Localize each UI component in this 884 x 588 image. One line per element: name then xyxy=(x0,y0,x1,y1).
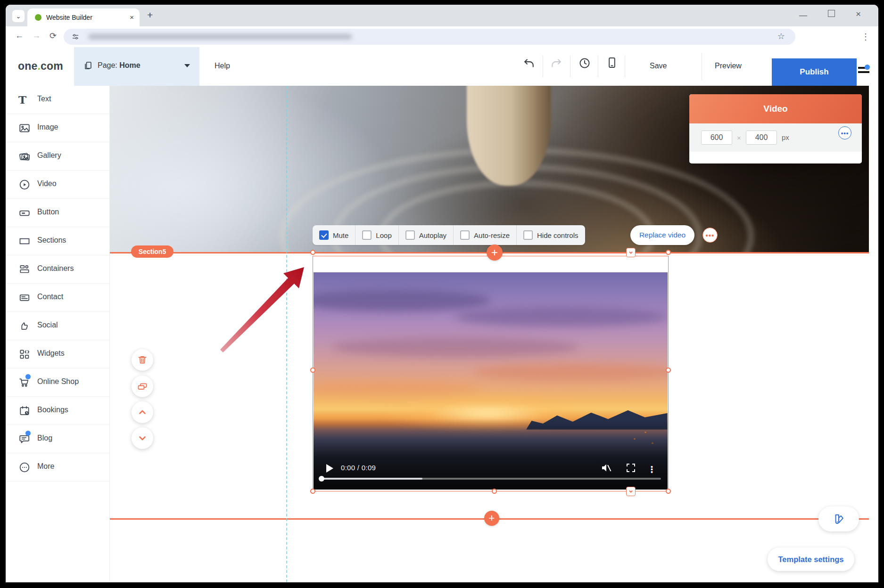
sidebar-item-text[interactable]: T Text xyxy=(6,86,109,114)
sidebar-item-gallery[interactable]: Gallery xyxy=(6,142,109,171)
forward-icon[interactable]: → xyxy=(32,31,41,41)
checkbox-icon[interactable] xyxy=(460,230,470,240)
chevron-up-icon xyxy=(137,407,148,418)
height-input[interactable] xyxy=(746,131,777,145)
sidebar-item-contact[interactable]: Contact xyxy=(6,284,109,312)
delete-section-button[interactable] xyxy=(132,349,153,371)
resize-handle-bottom-center[interactable] xyxy=(492,489,497,494)
sidebar-item-social[interactable]: Social xyxy=(6,312,109,340)
window-close-button[interactable]: × xyxy=(856,9,861,19)
tab-strip: ⌄ Website Builder × + — × xyxy=(6,5,878,26)
checkbox-icon[interactable] xyxy=(319,230,329,240)
collapse-bottom-button[interactable] xyxy=(626,487,636,496)
annotation-arrow xyxy=(216,261,310,356)
checkbox-icon[interactable] xyxy=(523,230,533,240)
publish-button[interactable]: Publish xyxy=(772,58,857,86)
url-bar[interactable]: ☆ xyxy=(64,29,795,45)
new-tab-button[interactable]: + xyxy=(147,9,153,21)
sidebar-item-sections[interactable]: Sections xyxy=(6,227,109,255)
time-display: 0:00 / 0:09 xyxy=(341,464,376,472)
chevron-down-icon xyxy=(628,250,634,255)
tab-favicon xyxy=(35,14,41,21)
move-section-down-button[interactable] xyxy=(132,427,153,449)
unit-label: px xyxy=(782,133,789,141)
autoplay-checkbox[interactable]: Autoplay xyxy=(399,225,454,245)
mobile-preview-icon[interactable] xyxy=(605,56,619,69)
cloud xyxy=(331,337,579,357)
playhead[interactable] xyxy=(319,476,324,482)
undo-icon[interactable] xyxy=(522,57,536,70)
muted-volume-icon[interactable] xyxy=(601,462,612,474)
button-icon xyxy=(18,207,31,219)
mute-checkbox[interactable]: Mute xyxy=(313,225,355,245)
progress-bar[interactable] xyxy=(320,478,661,480)
help-button[interactable]: Help xyxy=(215,62,230,70)
browser-tab[interactable]: Website Builder × xyxy=(27,8,140,26)
template-settings-button[interactable]: Template settings xyxy=(768,547,854,571)
sidebar-item-more[interactable]: More xyxy=(6,453,109,482)
redo-icon[interactable] xyxy=(550,57,563,70)
checkbox-icon[interactable] xyxy=(362,230,372,240)
sections-icon xyxy=(18,235,31,247)
panel-more-button[interactable]: ••• xyxy=(838,126,851,139)
reload-icon[interactable]: ⟳ xyxy=(50,31,57,41)
main-menu-button[interactable] xyxy=(858,67,870,74)
sidebar-item-blog[interactable]: Blog xyxy=(6,425,109,453)
resize-handle-bottom-left[interactable] xyxy=(310,489,315,494)
widgets-icon xyxy=(18,348,31,360)
section-label-badge[interactable]: Section5 xyxy=(131,245,173,258)
auto-resize-checkbox[interactable]: Auto-resize xyxy=(454,225,517,245)
width-input[interactable] xyxy=(701,131,732,145)
fullscreen-icon[interactable] xyxy=(625,462,636,474)
resize-handle-bottom-right[interactable] xyxy=(666,489,671,494)
replace-video-button[interactable]: Replace video xyxy=(630,225,694,245)
tab-search-button[interactable]: ⌄ xyxy=(12,10,25,22)
sunset-video[interactable]: 0:00 / 0:09 ⋮ xyxy=(314,272,668,490)
resize-handle-mid-left[interactable] xyxy=(310,368,315,373)
window-maximize-button[interactable] xyxy=(828,10,835,17)
save-button[interactable]: Save xyxy=(650,62,667,70)
sidebar-item-containers[interactable]: Containers xyxy=(6,255,109,284)
video-icon xyxy=(18,179,31,191)
sidebar-item-button[interactable]: Button xyxy=(6,199,109,227)
back-icon[interactable]: ← xyxy=(15,31,24,41)
site-settings-icon[interactable] xyxy=(71,33,80,41)
toolbar-divider xyxy=(543,56,543,77)
player-menu-icon[interactable]: ⋮ xyxy=(647,464,656,475)
toolbar-divider xyxy=(625,56,625,77)
builder-toolbar: one.com Page: Home Help Save Preview Pub… xyxy=(6,47,878,86)
duplicate-section-button[interactable] xyxy=(132,376,153,397)
design-styles-button[interactable] xyxy=(818,506,859,531)
add-section-button[interactable]: + xyxy=(484,511,499,526)
browser-menu-icon[interactable]: ⋮ xyxy=(861,32,870,42)
toolbar-divider xyxy=(702,53,702,80)
chevron-down-icon xyxy=(184,64,190,67)
move-section-up-button[interactable] xyxy=(132,401,153,423)
pages-icon xyxy=(83,60,94,72)
dimension-separator: × xyxy=(737,134,741,142)
sidebar-item-image[interactable]: Image xyxy=(6,114,109,142)
history-icon[interactable] xyxy=(578,57,591,70)
collapse-top-button[interactable] xyxy=(626,248,636,257)
play-icon[interactable] xyxy=(326,464,333,473)
sidebar-item-bookings[interactable]: Bookings xyxy=(6,397,109,425)
preview-button[interactable]: Preview xyxy=(715,62,742,70)
duplicate-icon xyxy=(137,381,148,392)
resize-handle-mid-right[interactable] xyxy=(666,368,671,373)
more-options-button[interactable]: ••• xyxy=(702,228,718,243)
sidebar-item-video[interactable]: Video xyxy=(6,171,109,199)
checkbox-icon[interactable] xyxy=(405,230,415,240)
hide-controls-checkbox[interactable]: Hide controls xyxy=(517,225,585,245)
resize-handle-top-right[interactable] xyxy=(666,250,671,255)
bookmark-star-icon[interactable]: ☆ xyxy=(777,31,785,41)
tab-close-icon[interactable]: × xyxy=(130,13,134,21)
sidebar-item-online-shop[interactable]: Online Shop xyxy=(6,368,109,397)
selected-video-element[interactable]: 0:00 / 0:09 ⋮ xyxy=(313,256,669,491)
page-selector-dropdown[interactable]: Page: Home xyxy=(74,47,199,86)
add-element-button[interactable]: + xyxy=(487,245,503,261)
loop-checkbox[interactable]: Loop xyxy=(355,225,398,245)
resize-handle-top-left[interactable] xyxy=(310,250,315,255)
contact-icon xyxy=(18,292,31,304)
sidebar-item-widgets[interactable]: Widgets xyxy=(6,340,109,368)
window-minimize-button[interactable]: — xyxy=(799,11,807,20)
